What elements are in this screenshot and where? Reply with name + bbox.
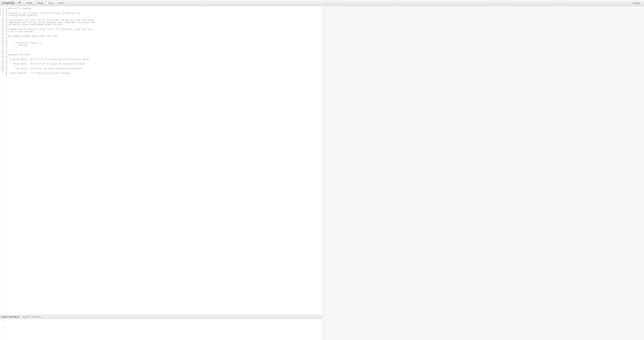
left-pane: 1 2 3 4 5 6 7 8 9 10 11 12 13 14 15 16 1… [0,6,322,340]
title-prefix: Graph [2,1,10,5]
docs-button[interactable]: Docs [632,2,640,4]
tab-query-variables[interactable]: Query Variables [2,316,19,318]
variables-code[interactable] [5,319,322,340]
copy-button[interactable]: Copy [46,1,55,5]
history-button[interactable]: History [56,1,66,5]
tab-request-headers[interactable]: Request Headers [22,316,41,318]
secondary-tabs: Query Variables Request Headers [0,315,322,319]
title-suffix: QL [11,1,16,5]
app-title: GraphiQL [2,1,16,5]
docs-section: Docs [630,0,642,6]
chevron-left-icon [632,2,634,4]
variables-gutter: 1 [0,319,5,340]
docs-label: Docs [634,2,640,4]
variables-editor[interactable]: 1 [0,319,322,340]
query-editor[interactable]: 1 2 3 4 5 6 7 8 9 10 11 12 13 14 15 16 1… [0,6,322,315]
prettify-button[interactable]: Prettify [24,1,34,5]
execute-button[interactable] [18,1,22,5]
merge-button[interactable]: Merge [36,1,45,5]
play-icon [19,2,21,4]
workspace: 1 2 3 4 5 6 7 8 9 10 11 12 13 14 15 16 1… [0,6,644,340]
toolbar: GraphiQL Prettify Merge Copy History Doc… [0,0,644,6]
result-pane [322,6,644,340]
query-gutter: 1 2 3 4 5 6 7 8 9 10 11 12 13 14 15 16 1… [0,6,5,315]
query-code[interactable]: # Welcome to GraphiQL # # GraphiQL is an… [5,6,322,315]
